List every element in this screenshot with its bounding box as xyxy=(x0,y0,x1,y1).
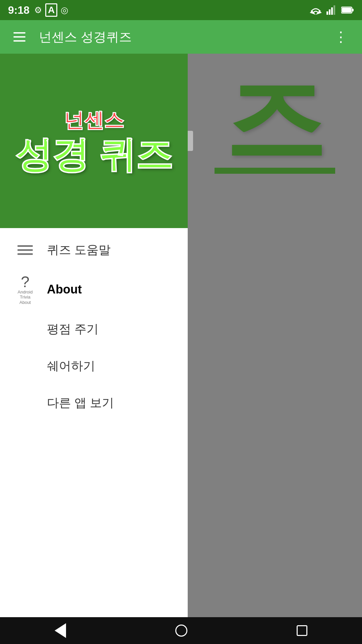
signal-icon xyxy=(326,5,337,15)
right-overlay: 즈 xyxy=(188,54,362,617)
status-icons: ⚙ A ◎ xyxy=(34,3,68,17)
navigation-drawer: 넌센스 성경 퀴즈 퀴즈 도움말 xyxy=(0,54,188,617)
svg-rect-5 xyxy=(334,5,335,15)
svg-rect-2 xyxy=(326,11,328,15)
app-title-small: 넌센스 xyxy=(64,107,124,134)
notification-icon: ◎ xyxy=(61,5,68,15)
about-icon-label: Android TriviaAbout xyxy=(13,289,37,305)
background-character: 즈 xyxy=(215,74,335,164)
menu-label-other-apps: 다른 앱 보기 xyxy=(47,395,114,411)
recent-apps-button[interactable] xyxy=(297,625,307,636)
more-options-button[interactable]: ⋮ xyxy=(330,26,352,47)
menu-label-share: 쉐어하기 xyxy=(47,358,95,374)
menu-item-quiz-help[interactable]: 퀴즈 도움말 xyxy=(0,231,188,268)
home-icon xyxy=(175,625,187,637)
quiz-help-icon xyxy=(13,245,37,255)
recent-icon xyxy=(297,625,307,636)
battery-icon xyxy=(341,6,354,14)
menu-item-rate[interactable]: 평점 주기 xyxy=(0,311,188,347)
menu-label-quiz-help: 퀴즈 도움말 xyxy=(47,242,111,258)
back-icon xyxy=(55,623,66,638)
lines-icon xyxy=(17,245,33,255)
status-bar-left: 9:18 ⚙ A ◎ xyxy=(8,3,68,17)
drawer-menu: 퀴즈 도움말 ? Android TriviaAbout About 평점 주기 xyxy=(0,228,188,617)
svg-rect-8 xyxy=(342,8,351,12)
toolbar-title: 넌센스 성경퀴즈 xyxy=(39,29,330,46)
wifi-icon xyxy=(310,5,322,15)
home-button[interactable] xyxy=(175,625,187,637)
hamburger-icon xyxy=(13,32,25,42)
drawer-header: 넌센스 성경 퀴즈 xyxy=(0,54,188,228)
background-character-wrap: 즈 xyxy=(215,74,335,174)
svg-rect-3 xyxy=(329,9,330,15)
main-area: 넌센스 성경 퀴즈 퀴즈 도움말 xyxy=(0,54,362,617)
menu-item-share[interactable]: 쉐어하기 xyxy=(0,347,188,384)
app-title-large: 성경 퀴즈 xyxy=(15,134,173,175)
svg-rect-4 xyxy=(331,7,333,15)
settings-icon: ⚙ xyxy=(34,5,42,15)
about-icon: ? Android TriviaAbout xyxy=(13,278,37,301)
about-icon-wrap: ? Android TriviaAbout xyxy=(13,278,37,301)
menu-label-rate: 평점 주기 xyxy=(47,321,99,337)
svg-rect-7 xyxy=(352,9,354,11)
back-button[interactable] xyxy=(55,623,66,638)
menu-item-other-apps[interactable]: 다른 앱 보기 xyxy=(0,384,188,421)
status-time: 9:18 xyxy=(8,4,29,16)
status-bar-right xyxy=(310,5,354,15)
menu-item-about[interactable]: ? Android TriviaAbout About xyxy=(0,268,188,311)
question-mark-icon: ? xyxy=(21,274,29,289)
app-toolbar: 넌센스 성경퀴즈 ⋮ xyxy=(0,20,362,54)
accessibility-icon: A xyxy=(45,3,57,17)
drawer-arrow xyxy=(188,131,193,151)
menu-label-about: About xyxy=(47,282,82,297)
hamburger-button[interactable] xyxy=(10,29,29,45)
status-bar: 9:18 ⚙ A ◎ xyxy=(0,0,362,20)
bottom-navigation xyxy=(0,617,362,644)
